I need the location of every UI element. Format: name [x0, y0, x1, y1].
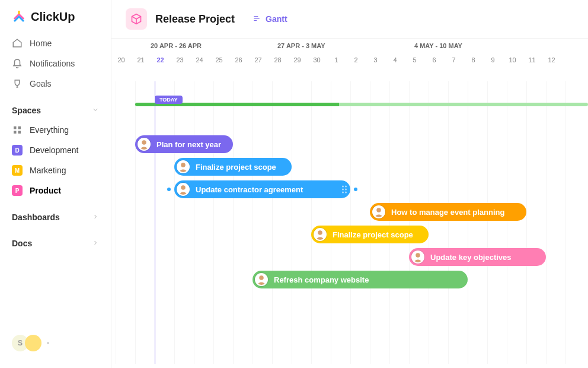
dependency-dot[interactable]: [354, 188, 357, 191]
dashboards-section[interactable]: Dashboards: [0, 201, 111, 227]
grid-line: [116, 81, 116, 364]
drag-handle-icon[interactable]: [342, 186, 347, 193]
view-tab-gantt[interactable]: Gantt: [253, 14, 287, 24]
chevron-right-icon: [92, 212, 99, 222]
nav-home[interactable]: Home: [0, 33, 111, 53]
spaces-header[interactable]: Spaces: [0, 94, 111, 120]
day-column-header: 9: [483, 56, 503, 64]
day-column-header: 28: [268, 56, 287, 64]
grid-line: [546, 81, 547, 364]
main-content: Release Project Gantt 20 APR - 26 APR 27…: [111, 0, 588, 368]
docs-section[interactable]: Docs: [0, 227, 111, 253]
svg-rect-2: [14, 131, 17, 134]
svg-rect-1: [18, 126, 21, 129]
grid-line: [213, 81, 214, 364]
grid-line: [292, 81, 292, 364]
day-column-header: 26: [229, 56, 248, 64]
week-header: 20 APR - 26 APR 27 APR - 3 MAY 4 MAY - 1…: [111, 39, 588, 53]
day-column-header: 12: [542, 56, 561, 64]
gantt-task-bar[interactable]: Finalize project scope: [174, 158, 292, 176]
assignee-avatar: [255, 273, 268, 286]
gantt-task-bar[interactable]: Update key objectives: [409, 248, 546, 266]
nav-goals[interactable]: Goals: [0, 74, 111, 94]
task-label: Plan for next year: [156, 140, 221, 149]
docs-label: Docs: [12, 239, 32, 248]
sidebar: ClickUp Home Notifications Goals Spaces …: [0, 0, 111, 368]
home-icon: [12, 38, 23, 49]
grid-line: [389, 81, 390, 364]
nav-notifications-label: Notifications: [30, 59, 75, 68]
task-label: How to manage event planning: [391, 208, 504, 217]
assignee-avatar: [372, 205, 385, 218]
space-everything-label: Everything: [30, 125, 69, 135]
dashboards-label: Dashboards: [12, 212, 60, 222]
user-avatars[interactable]: S: [0, 335, 111, 359]
grid-line: [253, 81, 253, 364]
gantt-task-bar[interactable]: Plan for next year: [135, 135, 233, 153]
grid-icon: [12, 125, 23, 135]
grid-line: [487, 81, 488, 364]
grid-line: [429, 81, 429, 364]
nav-notifications[interactable]: Notifications: [0, 53, 111, 74]
day-column-header: 27: [248, 56, 268, 64]
grid-line: [507, 81, 507, 364]
task-label: Finalize project scope: [333, 230, 413, 239]
grid-line: [409, 81, 410, 364]
space-label: Product: [30, 186, 61, 195]
space-badge: P: [12, 185, 23, 196]
day-column-header: 4: [385, 56, 405, 64]
space-item-product[interactable]: P Product: [0, 180, 111, 201]
trophy-icon: [12, 78, 23, 89]
task-label: Refresh company website: [274, 275, 369, 284]
grid-line: [311, 81, 312, 364]
progress-bar[interactable]: [135, 103, 588, 106]
assignee-avatar: [314, 228, 327, 241]
task-label: Finalize project scope: [196, 163, 276, 172]
gantt-timeline: 20 APR - 26 APR 27 APR - 3 MAY 4 MAY - 1…: [111, 39, 588, 368]
app-logo[interactable]: ClickUp: [0, 9, 111, 33]
assignee-avatar: [177, 160, 190, 173]
grid-line: [272, 81, 273, 364]
grid-line: [448, 81, 449, 364]
gantt-task-bar[interactable]: How to manage event planning: [370, 203, 526, 221]
day-header: 2021222324252627282930123456789101112: [111, 53, 588, 67]
svg-point-8: [181, 163, 186, 167]
project-icon[interactable]: [126, 8, 147, 30]
day-column-header: 22: [151, 56, 170, 64]
day-column-header: 5: [405, 56, 424, 64]
day-column-header: 8: [464, 56, 483, 64]
app-name: ClickUp: [31, 10, 75, 24]
space-item-marketing[interactable]: M Marketing: [0, 160, 111, 180]
week-label: 4 MAY - 10 MAY: [414, 42, 588, 49]
grid-line: [331, 81, 331, 364]
svg-point-11: [318, 230, 322, 235]
svg-point-12: [416, 253, 420, 258]
gantt-task-bar[interactable]: Finalize project scope: [311, 226, 429, 243]
dependency-dot[interactable]: [167, 188, 171, 191]
assignee-avatar: [411, 250, 424, 264]
day-column-header: 21: [131, 56, 151, 64]
chevron-down-icon: [92, 106, 99, 115]
assignee-avatar: [138, 138, 151, 151]
day-column-header: 20: [111, 56, 131, 64]
gantt-chart-area[interactable]: TODAY Plan for next yearFinalize project…: [111, 67, 588, 364]
day-column-header: 23: [170, 56, 190, 64]
grid-line: [370, 81, 370, 364]
day-column-header: 11: [522, 56, 542, 64]
day-column-header: 30: [307, 56, 327, 64]
day-column-header: 7: [444, 56, 464, 64]
avatar: [25, 335, 41, 351]
day-column-header: 24: [190, 56, 209, 64]
gantt-task-bar[interactable]: Refresh company website: [253, 271, 468, 288]
day-column-header: 29: [287, 56, 307, 64]
nav-home-label: Home: [30, 39, 52, 48]
grid-line: [174, 81, 175, 364]
spaces-header-label: Spaces: [12, 106, 41, 115]
view-tab-label: Gantt: [266, 14, 287, 24]
space-badge: M: [12, 165, 23, 176]
page-header: Release Project Gantt: [111, 0, 588, 39]
gantt-task-bar[interactable]: Update contractor agreement: [174, 180, 350, 198]
space-everything[interactable]: Everything: [0, 120, 111, 140]
grid-line: [194, 81, 194, 364]
space-item-development[interactable]: D Development: [0, 140, 111, 160]
